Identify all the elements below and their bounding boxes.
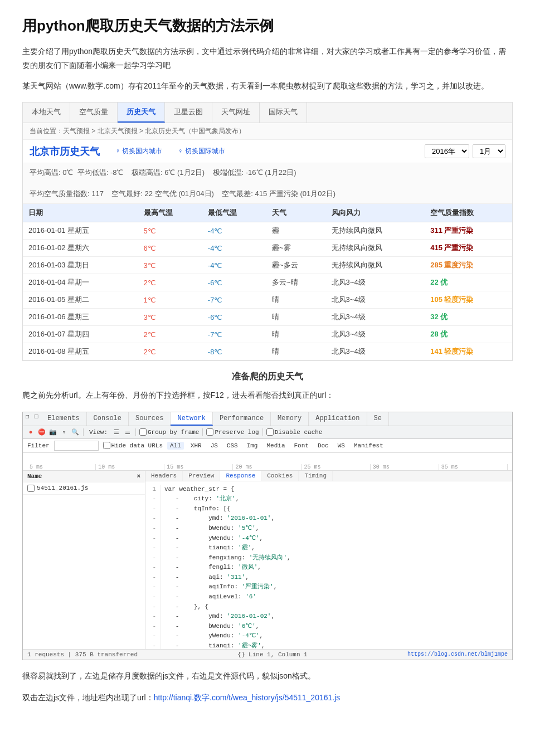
timeline-35ms: 35 ms: [439, 464, 508, 470]
dt-tab-network[interactable]: Network: [171, 412, 212, 426]
table-row: 2016-01-01 星期五5℃-4℃霾无持续风向微风311 严重污染: [23, 222, 512, 240]
toolbar-divider-2: [135, 428, 136, 436]
all-filter-btn[interactable]: All: [167, 442, 184, 450]
status-url: https://blog.csdn.net/blmj1mpe: [407, 651, 508, 658]
media-filter-btn[interactable]: Media: [264, 442, 287, 450]
filter-label: Filter: [27, 442, 50, 449]
view-list-icon[interactable]: ☰: [112, 428, 121, 437]
tab-local-weather[interactable]: 本地天气: [23, 103, 70, 123]
dt-tab-se[interactable]: Se: [367, 412, 389, 426]
timeline-25ms: 25 ms: [302, 464, 371, 470]
group-by-frame-label[interactable]: Group by frame: [139, 428, 199, 436]
tab-satellite[interactable]: 卫星云图: [165, 103, 212, 123]
preserve-log-checkbox[interactable]: [206, 428, 213, 436]
record-icon[interactable]: ●: [26, 428, 35, 437]
status-requests: 1 requests | 375 B transferred: [27, 651, 138, 658]
devtools-tabs: ❐ □ Elements Console Sources Network Per…: [23, 412, 512, 426]
intro-para-1: 主要介绍了用python爬取历史天气数据的方法示例，文中通过示例代码介绍的非常详…: [22, 45, 513, 72]
tab-intl-weather[interactable]: 国际天气: [260, 103, 307, 123]
filter-input[interactable]: [54, 441, 99, 451]
year-select[interactable]: 2016年: [425, 144, 469, 158]
dt-right-tab-preview[interactable]: Preview: [183, 471, 220, 481]
tab-weather-sites[interactable]: 天气网址: [212, 103, 260, 123]
dt-code-content: 1var weather_str = {- - city: '北京',- - t…: [145, 481, 512, 649]
code-line: - - bWendu: '6℃',: [145, 622, 512, 632]
col-date: 日期: [23, 204, 138, 222]
toolbar-divider-4: [262, 428, 263, 436]
weather-widget: 本地天气 空气质量 历史天气 卫星云图 天气网址 国际天气 当前位置：天气预报 …: [22, 102, 513, 361]
hide-data-urls-label[interactable]: Hide data URLs: [103, 442, 163, 449]
camera-icon[interactable]: 📷: [48, 428, 57, 437]
filter-icon[interactable]: ▿: [60, 428, 69, 437]
code-line: - - }, {: [145, 602, 512, 612]
footer-para-2: 双击左边js文件，地址栏内出现了url：http://tianqi.数字.com…: [22, 691, 513, 705]
ws-filter-btn[interactable]: WS: [335, 442, 347, 450]
toolbar-divider-1: [83, 428, 84, 436]
dt-tab-sources[interactable]: Sources: [129, 412, 171, 426]
timeline-15ms: 15 ms: [164, 464, 233, 470]
tab-air-quality[interactable]: 空气质量: [70, 103, 118, 123]
devtools-cursor-icon[interactable]: ❐: [23, 412, 32, 421]
switch-international[interactable]: 切换国际城市: [178, 147, 225, 156]
timeline-20ms: 20 ms: [233, 464, 301, 470]
tab-history-weather[interactable]: 历史天气: [118, 103, 165, 123]
table-row: 2016-01-02 星期六6℃-4℃霾~雾无持续风向微风415 严重污染: [23, 240, 512, 257]
code-line: - - yWendu: '-4℃',: [145, 631, 512, 641]
timeline-10ms: 10 ms: [96, 464, 164, 470]
code-line: - - ymd: '2016-01-01',: [145, 514, 512, 524]
dt-right-tab-timing[interactable]: Timing: [299, 471, 333, 481]
dt-tab-memory[interactable]: Memory: [271, 412, 309, 426]
disable-cache-checkbox[interactable]: [266, 428, 274, 436]
toolbar-divider-3: [202, 428, 203, 436]
code-line: - - tianqi: '霾~雾',: [145, 641, 512, 649]
search-icon[interactable]: 🔍: [71, 428, 80, 437]
col-wind: 风向风力: [326, 204, 425, 222]
hide-data-urls-checkbox[interactable]: [103, 442, 110, 449]
devtools-content: Name × 54511_20161.js Headers Preview Re…: [23, 471, 512, 649]
timeline: 5 ms 10 ms 15 ms 20 ms 25 ms 30 ms 35 ms: [23, 453, 512, 471]
weather-stats: 平均高温: 0℃ 平均低温: -8℃ 极端高温: 6℃ (1月2日) 极端低温:…: [23, 163, 512, 204]
switch-domestic[interactable]: 切换国内城市: [115, 147, 162, 156]
dt-tab-elements[interactable]: Elements: [41, 412, 87, 426]
code-line: - - yWendu: '-4℃',: [145, 534, 512, 544]
dt-code-viewer: Headers Preview Response Cookies Timing …: [145, 471, 512, 649]
manifest-filter-btn[interactable]: Manifest: [352, 442, 386, 450]
dt-right-tab-response[interactable]: Response: [220, 471, 261, 481]
img-filter-btn[interactable]: Img: [245, 442, 260, 450]
section-heading: 准备爬的历史天气: [22, 371, 513, 383]
dt-right-tab-cookies[interactable]: Cookies: [261, 471, 299, 481]
view-grid-icon[interactable]: ⚌: [123, 428, 132, 437]
dt-tab-console[interactable]: Console: [87, 412, 129, 426]
doc-filter-btn[interactable]: Doc: [315, 442, 331, 450]
font-filter-btn[interactable]: Font: [292, 442, 311, 450]
stat-avg-temp: 平均高温: 0℃ 平均低温: -8℃ 极端高温: 6℃ (1月2日) 极端低温:…: [30, 168, 296, 178]
file-name: 54511_20161.js: [37, 485, 88, 491]
table-row: 2016-01-05 星期二1℃-7℃晴北风3~4级105 轻度污染: [23, 291, 512, 309]
file-row-js[interactable]: 54511_20161.js: [23, 482, 145, 495]
dt-file-list: Name × 54511_20161.js: [23, 471, 145, 649]
xhr-filter-btn[interactable]: XHR: [188, 442, 204, 450]
footer-para-1: 很容易就找到了，左边是储存月度数据的js文件，右边是文件源代码，貌似json格式…: [22, 669, 513, 683]
table-row: 2016-01-04 星期一2℃-6℃多云~晴北风3~4级22 优: [23, 274, 512, 291]
filter-bar: Filter Hide data URLs All XHR JS CSS Img…: [23, 439, 512, 453]
css-filter-btn[interactable]: CSS: [225, 442, 240, 450]
table-row: 2016-01-03 星期日3℃-4℃霾~多云无持续风向微风285 重度污染: [23, 257, 512, 274]
view-label: View:: [87, 428, 110, 436]
dt-tab-application[interactable]: Application: [309, 412, 367, 426]
table-row: 2016-01-08 星期五2℃-8℃晴北风3~4级141 轻度污染: [23, 343, 512, 360]
clear-icon[interactable]: ⛔: [37, 428, 46, 437]
preserve-log-label[interactable]: Preserve log: [206, 428, 259, 436]
code-line: - - tqInfo: [{: [145, 504, 512, 514]
timeline-5ms: 5 ms: [27, 464, 96, 470]
code-line: - - aqi: '311',: [145, 573, 512, 583]
dt-right-tab-headers[interactable]: Headers: [145, 471, 183, 481]
dt-tab-performance[interactable]: Performance: [213, 412, 271, 426]
group-by-frame-checkbox[interactable]: [139, 428, 147, 436]
devtools-status-bar: 1 requests | 375 B transferred {} Line 1…: [23, 649, 512, 660]
js-filter-btn[interactable]: JS: [208, 442, 220, 450]
code-line: - - fengli: '微风',: [145, 563, 512, 573]
devtools-box-icon[interactable]: □: [32, 412, 41, 421]
month-select[interactable]: 1月: [473, 144, 505, 158]
disable-cache-label[interactable]: Disable cache: [266, 428, 323, 436]
file-checkbox[interactable]: [27, 485, 35, 492]
